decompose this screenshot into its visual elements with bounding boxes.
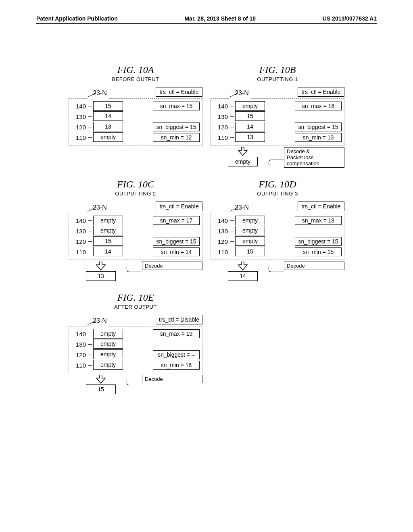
slot-label: 140: [71, 330, 87, 337]
slot-label: 140: [71, 103, 87, 110]
figure-subtitle: OUTPUTTING 2: [69, 191, 202, 197]
slot-label: 130: [213, 228, 229, 235]
slot-label: 130: [213, 113, 229, 120]
trs-ctl-box: trs_ctl = Enable: [156, 202, 202, 211]
page-header: Patent Application Publication Mar. 28, …: [36, 15, 377, 22]
figure-subtitle: OUTPUTTING 1: [211, 76, 344, 82]
output-cell: 14: [228, 271, 258, 281]
slot-label: 120: [213, 124, 229, 131]
buffer-cell: empty: [93, 349, 123, 359]
buffer-group: 140empty sn_max = 19 130empty 120empty s…: [69, 326, 202, 373]
decode-label: Decode & Packet loss compensation: [287, 148, 319, 166]
slot-label: 140: [71, 217, 87, 224]
sn-min-box: sn_min = 15: [295, 247, 342, 256]
buffer-cell: empty: [93, 216, 123, 225]
slot-label: 140: [213, 217, 229, 224]
sn-max-box: sn_max = 18: [295, 216, 342, 225]
sn-max-box: sn_max = 19: [153, 329, 200, 338]
buffer-cell: empty: [93, 329, 123, 339]
figure-10e: FIG. 10E AFTER OUTPUT 23-N trs_ctl = Dis…: [69, 292, 202, 394]
decode-label: Decode: [145, 376, 163, 382]
buffer-cell: 14: [93, 111, 123, 121]
link-icon: [264, 158, 284, 166]
sn-max-box: sn_max = 15: [153, 102, 200, 110]
tick-icon: [87, 226, 93, 236]
buffer-cell: empty: [93, 226, 123, 235]
tick-icon: [229, 216, 235, 225]
tick-icon: [229, 226, 235, 236]
arrow-down-icon: [96, 262, 106, 270]
sn-min-box: sn_min = 14: [153, 247, 200, 256]
tick-icon: [87, 133, 93, 142]
decode-label: Decode: [287, 263, 305, 269]
slot-label: 130: [71, 113, 87, 120]
figure-subtitle: OUTPUTTING 3: [211, 191, 344, 197]
tick-icon: [87, 350, 93, 360]
trs-ctl-box: trs_ctl = Enable: [156, 87, 202, 97]
figure-title: FIG. 10C: [69, 179, 202, 190]
figure-title: FIG. 10B: [211, 64, 344, 75]
tick-icon: [87, 339, 93, 349]
slot-label: 110: [71, 134, 87, 141]
buffer-cell: 15: [235, 247, 265, 256]
buffer-cell: 15: [235, 111, 265, 121]
tick-icon: [87, 101, 93, 111]
figure-subtitle: BEFORE OUTPUT: [69, 76, 202, 82]
sn-biggest-box: sn_biggest = 15: [295, 237, 342, 246]
sn-min-box: sn_min = 12: [153, 133, 200, 142]
tick-icon: [229, 247, 235, 257]
tick-icon: [87, 247, 93, 257]
sn-max-box: sn_max = 16: [295, 102, 342, 110]
tick-icon: [229, 133, 235, 142]
buffer-cell: empty: [235, 226, 265, 235]
decode-box: Decode: [142, 375, 202, 383]
buffer-cell: empty: [235, 216, 265, 225]
header-rule: [36, 23, 377, 24]
slot-label: 110: [71, 362, 87, 369]
link-icon: [122, 379, 142, 387]
output-cell: empty: [228, 157, 258, 166]
slot-label: 110: [71, 249, 87, 256]
tick-icon: [87, 216, 93, 225]
buffer-group: 140empty sn_max = 16 13015 12014 sn_bigg…: [211, 98, 344, 145]
buffer-cell: 13: [235, 132, 265, 142]
buffer-group: 140empty sn_max = 17 130empty 12015 sn_b…: [69, 213, 202, 260]
reference-label: 23-N: [93, 204, 107, 211]
tick-icon: [229, 122, 235, 132]
decode-label: Decode: [145, 263, 163, 269]
tick-icon: [87, 237, 93, 246]
figure-10c: FIG. 10C OUTPUTTING 2 23-N trs_ctl = Ena…: [69, 179, 202, 281]
sn-min-box: sn_min = 13: [295, 133, 342, 142]
slot-label: 110: [213, 134, 229, 141]
sn-min-box: sn_min = 16: [153, 361, 200, 370]
figure-title: FIG. 10A: [69, 64, 202, 75]
link-icon: [122, 266, 142, 274]
reference-label: 23-N: [235, 89, 249, 97]
reference-label: 23-N: [93, 89, 107, 97]
output-cell: 15: [86, 384, 116, 394]
slot-label: 120: [71, 124, 87, 131]
buffer-cell: 15: [93, 236, 123, 246]
header-right: US 2013/0077632 A1: [323, 15, 377, 22]
slot-label: 110: [213, 249, 229, 256]
tick-icon: [87, 360, 93, 370]
tick-icon: [87, 112, 93, 121]
link-icon: [264, 266, 284, 274]
reference-label: 23-N: [235, 204, 249, 211]
figure-10a: FIG. 10A BEFORE OUTPUT 23-N trs_ctl = En…: [69, 64, 202, 168]
buffer-cell: 15: [93, 101, 123, 111]
decode-box: Decode: [284, 262, 344, 270]
slot-label: 130: [71, 228, 87, 235]
tick-icon: [229, 101, 235, 111]
trs-ctl-box: trs_ctl = Enable: [298, 202, 344, 211]
slot-label: 120: [71, 351, 87, 358]
figure-10b: FIG. 10B OUTPUTTING 1 23-N trs_ctl = Ena…: [211, 64, 344, 168]
buffer-group: 14015 sn_max = 15 13014 12013 sn_biggest…: [69, 98, 202, 145]
buffer-cell: 14: [93, 247, 123, 256]
tick-icon: [87, 122, 93, 132]
buffer-cell: empty: [235, 101, 265, 111]
slot-label: 130: [71, 341, 87, 348]
buffer-cell: empty: [93, 132, 123, 142]
buffer-cell: 13: [93, 122, 123, 131]
sn-biggest-box: sn_biggest = 15: [153, 123, 200, 131]
